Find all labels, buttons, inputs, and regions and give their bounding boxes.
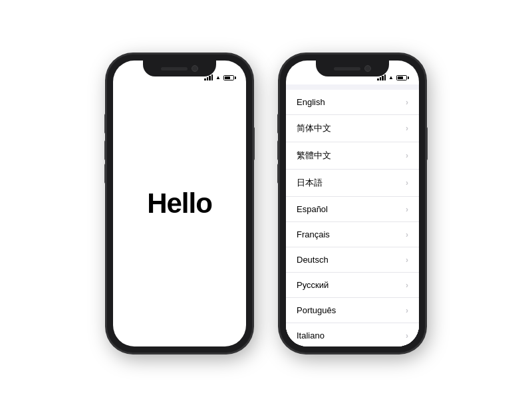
chevron-icon-portuguese: › [406, 306, 408, 315]
wifi-icon-1: ▲ [215, 74, 221, 80]
chevron-icon-traditional-chinese: › [406, 151, 408, 160]
hello-screen: Hello [113, 61, 246, 346]
phone-2-frame: ▲ English›简体中文›繁體中文›日本語›Español›Français… [279, 54, 426, 353]
chevron-icon-japanese: › [406, 178, 408, 188]
signal-bar [211, 74, 213, 80]
notch-camera-1 [192, 65, 198, 72]
signal-bar [209, 76, 211, 80]
phone-1-frame: ▲ Hello [106, 54, 253, 353]
chevron-icon-spanish: › [406, 205, 408, 214]
hello-text: Hello [147, 188, 212, 219]
chevron-icon-russian: › [406, 281, 408, 290]
language-name-simplified-chinese: 简体中文 [297, 122, 331, 134]
language-item-spanish[interactable]: Español› [286, 197, 419, 222]
language-screen: English›简体中文›繁體中文›日本語›Español›Français›D… [286, 84, 419, 346]
phone-1-screen: ▲ Hello [113, 61, 246, 346]
notch-camera-2 [364, 65, 371, 72]
language-item-english[interactable]: English› [286, 90, 419, 115]
signal-bar [380, 77, 382, 80]
language-name-portuguese: Português [297, 305, 336, 315]
language-list: English›简体中文›繁體中文›日本語›Español›Français›D… [286, 90, 419, 346]
phone-1: ▲ Hello [106, 54, 253, 353]
signal-bar [384, 74, 386, 80]
phone-2-notch [316, 61, 389, 76]
language-item-japanese[interactable]: 日本語› [286, 170, 419, 197]
notch-speaker-2 [334, 67, 360, 70]
language-name-german: Deutsch [297, 255, 329, 265]
signal-bar [377, 78, 379, 80]
language-name-italian: Italiano [297, 331, 325, 340]
language-item-russian[interactable]: Русский› [286, 273, 419, 298]
signal-bar [382, 76, 384, 80]
phone-2: ▲ English›简体中文›繁體中文›日本語›Español›Français… [279, 54, 426, 353]
language-name-french: Français [297, 229, 330, 239]
chevron-icon-italian: › [406, 331, 408, 340]
battery-fill-1 [225, 76, 230, 79]
language-name-english: English [297, 97, 325, 107]
language-item-german[interactable]: Deutsch› [286, 247, 419, 273]
chevron-icon-german: › [406, 255, 408, 265]
battery-icon-1 [223, 75, 234, 80]
battery-icon-2 [396, 75, 407, 80]
chevron-icon-simplified-chinese: › [406, 124, 408, 133]
language-name-spanish: Español [297, 204, 328, 214]
language-name-russian: Русский [297, 280, 329, 290]
language-item-italian[interactable]: Italiano› [286, 323, 419, 346]
language-item-french[interactable]: Français› [286, 222, 419, 247]
battery-fill-2 [398, 76, 403, 79]
chevron-icon-english: › [406, 98, 408, 107]
phone-2-screen: ▲ English›简体中文›繁體中文›日本語›Español›Français… [286, 61, 419, 346]
notch-speaker-1 [161, 67, 188, 70]
chevron-icon-french: › [406, 230, 408, 239]
signal-bar [204, 78, 206, 80]
language-item-simplified-chinese[interactable]: 简体中文› [286, 115, 419, 142]
phone-1-notch [143, 61, 216, 76]
language-item-portuguese[interactable]: Português› [286, 298, 419, 323]
signal-bar [207, 77, 209, 80]
language-name-japanese: 日本語 [297, 177, 323, 189]
language-item-traditional-chinese[interactable]: 繁體中文› [286, 142, 419, 170]
wifi-icon-2: ▲ [388, 74, 394, 80]
language-name-traditional-chinese: 繁體中文 [297, 150, 331, 162]
